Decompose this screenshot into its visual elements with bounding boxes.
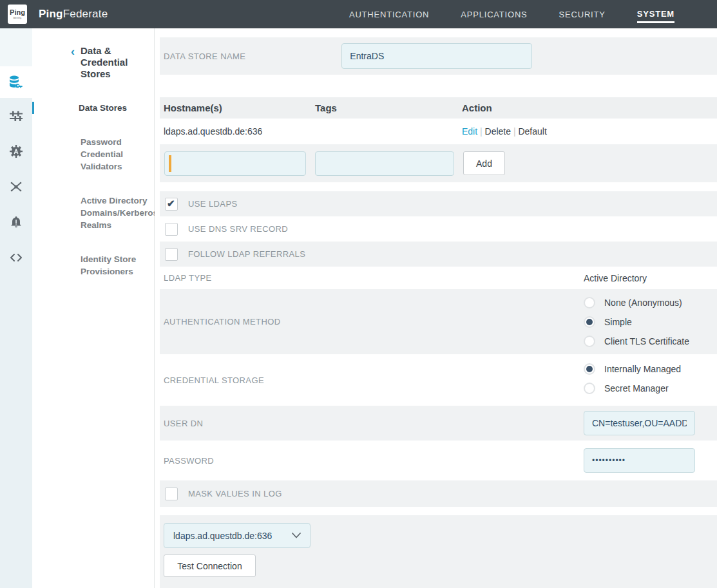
developer-code-icon (8, 250, 24, 265)
brand-bold: Ping (39, 8, 63, 20)
rail-item-server[interactable] (0, 133, 32, 169)
credential-storage-options: Internally Managed Secret Manager (584, 354, 681, 406)
alerts-bell-icon (8, 214, 24, 230)
rail-item-notifications[interactable] (0, 204, 32, 240)
logo-word: Ping (10, 9, 25, 16)
main-content: DATA STORE NAME Hostname(s) Tags Action … (155, 28, 717, 588)
cluster-icon (8, 179, 24, 194)
column-action: Action (462, 102, 492, 113)
use-dns-srv-checkbox[interactable] (165, 223, 178, 236)
password-label: PASSWORD (164, 456, 584, 466)
nav-authentication[interactable]: AUTHENTICATION (349, 6, 429, 23)
chevron-down-icon (292, 533, 301, 538)
rail-item-developer[interactable] (0, 240, 32, 275)
auth-none-radio[interactable] (584, 297, 595, 308)
internally-managed-radio[interactable] (584, 363, 595, 375)
secret-manager-label: Secret Manager (604, 383, 669, 394)
mask-values-checkbox[interactable] (165, 488, 178, 500)
follow-ldap-referrals-label: FOLLOW LDAP REFERRALS (188, 249, 305, 259)
nav-system[interactable]: SYSTEM (637, 5, 674, 23)
ldap-type-label: LDAP TYPE (164, 273, 584, 283)
auth-none-label: None (Anonymous) (604, 298, 682, 308)
sidebar-item-data-stores[interactable]: Data Stores (32, 102, 155, 114)
mask-values-label: MASK VALUES IN LOG (188, 489, 282, 498)
icon-rail (0, 28, 32, 588)
user-dn-input[interactable] (584, 411, 695, 435)
edit-link[interactable]: Edit (462, 126, 477, 137)
credential-storage-row: CREDENTIAL STORAGE Internally Managed Se… (160, 354, 717, 406)
sidebar-item-password-credential-validators[interactable]: Password Credential Validators (32, 136, 155, 173)
use-dns-srv-row: USE DNS SRV RECORD (160, 216, 717, 242)
password-input[interactable] (584, 448, 695, 473)
text-cursor (169, 155, 171, 172)
follow-ldap-referrals-row: FOLLOW LDAP REFERRALS (160, 242, 717, 267)
user-dn-row: USER DN (160, 406, 717, 441)
primary-nav: AUTHENTICATION APPLICATIONS SECURITY SYS… (349, 5, 717, 23)
data-store-name-row: DATA STORE NAME (160, 37, 717, 75)
admin-gear-icon (8, 144, 24, 159)
pipe-separator: | (480, 126, 483, 137)
rail-item-cluster[interactable] (0, 169, 32, 204)
auth-simple-radio[interactable] (584, 316, 595, 328)
logo-subtext: Identity. (13, 17, 22, 19)
secondary-sidebar: ‹ Data & Credential Stores Data Stores P… (32, 28, 155, 588)
use-dns-srv-label: USE DNS SRV RECORD (188, 224, 288, 234)
pipe-separator: | (513, 126, 516, 137)
auth-client-tls-label: Client TLS Certificate (604, 336, 689, 346)
nav-security[interactable]: SECURITY (559, 6, 606, 23)
add-host-row: Add (160, 144, 717, 182)
secret-manager-radio[interactable] (584, 383, 595, 394)
sidebar-item-label: Data Stores (79, 102, 127, 114)
password-row: PASSWORD (160, 441, 717, 480)
brand-light: Federate (63, 8, 108, 20)
new-tags-input[interactable] (315, 151, 454, 176)
internally-managed-label: Internally Managed (604, 364, 681, 374)
sidebar-item-identity-store-provisioners[interactable]: Identity Store Provisioners (32, 253, 155, 278)
ldap-type-value: Active Directory (584, 273, 647, 283)
app-title: PingFederate (39, 8, 108, 21)
auth-client-tls-radio[interactable] (584, 336, 595, 347)
top-bar: Ping Identity. PingFederate AUTHENTICATI… (0, 0, 717, 28)
authentication-method-options: None (Anonymous) Simple Client TLS Certi… (584, 289, 689, 354)
nav-applications[interactable]: APPLICATIONS (461, 6, 527, 23)
rail-spacer (0, 28, 32, 66)
rail-item-settings[interactable] (0, 98, 32, 133)
host-select-value: ldaps.ad.questdb.de:636 (173, 531, 272, 541)
rail-item-data-stores[interactable] (0, 66, 32, 98)
data-store-name-input[interactable] (341, 43, 532, 69)
host-table-row: ldaps.ad.questdb.de:636 Edit | Delete | … (160, 119, 717, 144)
hosts-table-header: Hostname(s) Tags Action (160, 97, 717, 119)
use-ldaps-checkbox[interactable] (165, 198, 178, 211)
delete-link[interactable]: Delete (485, 126, 511, 137)
hostname-cell: ldaps.ad.questdb.de:636 (164, 126, 315, 137)
ldap-type-row: LDAP TYPE Active Directory (160, 267, 717, 289)
credential-storage-label: CREDENTIAL STORAGE (164, 375, 584, 385)
test-connection-button[interactable]: Test Connection (164, 555, 256, 577)
user-dn-label: USER DN (164, 419, 584, 428)
authentication-method-label: AUTHENTICATION METHOD (164, 289, 584, 354)
settings-sliders-icon (8, 108, 24, 124)
action-cell: Edit | Delete | Default (462, 126, 547, 137)
test-connection-panel: ldaps.ad.questdb.de:636 Test Connection (160, 515, 717, 588)
mask-values-row: MASK VALUES IN LOG (160, 480, 717, 507)
authentication-method-row: AUTHENTICATION METHOD None (Anonymous) S… (160, 289, 717, 354)
column-tags: Tags (315, 102, 462, 113)
follow-ldap-referrals-checkbox[interactable] (165, 248, 178, 261)
default-link[interactable]: Default (518, 126, 546, 137)
sidebar-item-ad-domains-kerberos[interactable]: Active Directory Domains/Kerberos Realms (32, 194, 155, 231)
app-window: Ping Identity. PingFederate AUTHENTICATI… (0, 0, 717, 588)
sidebar-header: ‹ Data & Credential Stores (32, 45, 154, 80)
data-store-name-label: DATA STORE NAME (164, 52, 245, 61)
use-ldaps-row: USE LDAPS (160, 191, 717, 216)
use-ldaps-label: USE LDAPS (188, 199, 238, 209)
new-hostname-input[interactable] (164, 151, 306, 176)
data-stores-icon (8, 75, 24, 90)
back-chevron-icon[interactable]: ‹ (71, 46, 75, 57)
sidebar-title: Data & Credential Stores (81, 45, 154, 80)
sidebar-items: Data Stores Password Credential Validato… (32, 102, 154, 278)
ping-identity-logo[interactable]: Ping Identity. (8, 5, 27, 24)
auth-simple-label: Simple (604, 317, 632, 327)
column-hostnames: Hostname(s) (164, 102, 315, 113)
add-button[interactable]: Add (463, 151, 505, 175)
host-select-dropdown[interactable]: ldaps.ad.questdb.de:636 (164, 523, 311, 548)
